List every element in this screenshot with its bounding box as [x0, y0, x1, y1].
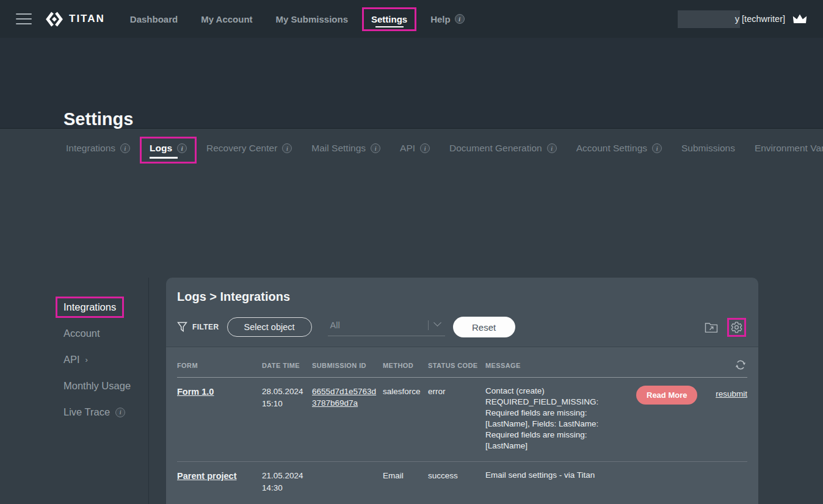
crown-icon [792, 13, 807, 24]
tab-label: Document Generation [449, 143, 542, 154]
table-body: Form 1.0 28.05.2024 15:10 6655d7d1e5763d… [177, 378, 747, 504]
method-cell: Email [383, 470, 428, 494]
tab-label: Integrations [66, 143, 115, 154]
info-icon: i [547, 143, 557, 153]
date-value: 21.05.2024 [262, 470, 306, 482]
folder-export-icon [705, 322, 718, 333]
sidebar-divider [148, 278, 149, 504]
sidebar-item-label: Integrations [63, 301, 116, 313]
tab-label: Recovery Center [206, 143, 277, 154]
info-icon: i [371, 143, 380, 153]
tab[interactable]: Environment Variables [745, 137, 823, 164]
filter-row: FILTER Select object All Reset [177, 317, 746, 337]
export-logs-button[interactable] [702, 319, 721, 336]
time-value: 14:30 [262, 482, 306, 494]
info-icon: i [420, 143, 430, 153]
info-icon: i [455, 14, 465, 24]
filter-label: FILTER [177, 322, 219, 333]
panel-actions [702, 318, 746, 337]
gear-icon [730, 321, 743, 334]
tab-label: API [400, 143, 415, 154]
titan-logo-icon [45, 11, 63, 27]
brand[interactable]: TITAN [45, 11, 105, 27]
chevron-right-icon: › [85, 355, 88, 364]
sidebar-item-label: Monthly Usage [63, 380, 131, 392]
nav-item[interactable]: Dashboard [121, 7, 187, 31]
info-icon: i [282, 143, 292, 153]
sidebar-item[interactable]: Integrations [56, 297, 124, 318]
form-link[interactable]: Parent project [177, 471, 237, 481]
top-nav: TITAN Dashboard My Account My Submission… [0, 0, 823, 38]
nav-item-label: Dashboard [130, 14, 178, 24]
breadcrumb: Logs > Integrations [177, 290, 746, 304]
sidebar-item-label: Account [63, 328, 100, 339]
info-icon: i [115, 408, 125, 417]
menu-icon[interactable] [16, 13, 32, 24]
tab[interactable]: Submissions [672, 137, 745, 164]
row-actions [636, 470, 747, 494]
logs-table: FORMDATE TIMESUBMISSION IDMETHODSTATUS C… [166, 347, 758, 504]
log-settings-button[interactable] [727, 318, 746, 337]
message-cell: Email send settings - via Titan [485, 470, 636, 494]
nav-item[interactable]: My Account [192, 7, 261, 31]
info-icon: i [120, 143, 130, 153]
logs-panel: Logs > Integrations FILTER Select object… [166, 278, 758, 504]
sidebar-item[interactable]: Monthly Usage [56, 375, 139, 397]
submission-id-link[interactable]: 6655d7d1e5763d3787b69d7a [312, 386, 377, 409]
funnel-icon [177, 322, 187, 333]
message-cell: Contact (create) REQUIRED_FIELD_MISSING:… [485, 386, 636, 452]
info-icon: i [652, 143, 662, 153]
nav-item-label: My Submissions [276, 14, 348, 24]
page-title: Settings [63, 109, 133, 129]
table-row: Form 1.0 28.05.2024 15:10 6655d7d1e5763d… [177, 378, 747, 462]
nav-item[interactable]: Help i [421, 7, 474, 31]
column-header: SUBMISSION ID [312, 362, 383, 369]
content-area: Integrations Account API › Monthly Usage… [0, 129, 823, 504]
date-value: 28.05.2024 [262, 386, 306, 398]
column-header: MESSAGE [485, 362, 636, 369]
settings-tabs: Integrations i Logs i Recovery Center i … [56, 137, 823, 164]
tab[interactable]: Account Settings i [567, 137, 672, 164]
column-header: STATUS CODE [428, 362, 485, 369]
tab[interactable]: Document Generation i [440, 137, 567, 164]
redacted-username [678, 10, 740, 28]
method-cell: salesforce [383, 386, 428, 452]
status-code-cell: success [428, 470, 485, 494]
tab-label: Mail Settings [311, 143, 366, 154]
form-link[interactable]: Form 1.0 [177, 387, 214, 397]
object-type-select[interactable]: All [328, 318, 445, 336]
user-area: y [techwriter] [678, 10, 807, 28]
time-value: 15:10 [262, 398, 306, 410]
refresh-icon[interactable] [735, 359, 746, 370]
row-actions: Read More resubmit [636, 386, 747, 452]
tab[interactable]: Mail Settings i [302, 137, 390, 164]
table-header-row: FORMDATE TIMESUBMISSION IDMETHODSTATUS C… [177, 347, 747, 378]
select-object-button[interactable]: Select object [227, 317, 312, 337]
tab[interactable]: Logs i [140, 137, 197, 164]
reset-button[interactable]: Reset [453, 317, 515, 337]
tab-label: Account Settings [576, 143, 647, 154]
brand-name: TITAN [69, 13, 105, 25]
page-header: Settings Integrations i Logs i Recovery … [0, 38, 823, 129]
tab[interactable]: Recovery Center i [197, 137, 302, 164]
select-separator [428, 320, 429, 330]
tab-label: Environment Variables [755, 143, 823, 154]
sidebar-item[interactable]: Account [56, 323, 108, 344]
object-type-value: All [330, 320, 340, 330]
column-header: METHOD [383, 362, 428, 369]
nav-item[interactable]: My Submissions [267, 7, 357, 31]
active-underline [150, 157, 178, 159]
sidebar-item[interactable]: Live Trace i [56, 401, 133, 423]
read-more-button[interactable]: Read More [636, 386, 697, 405]
sidebar-item[interactable]: API › [56, 349, 96, 370]
tab[interactable]: Integrations i [56, 137, 140, 164]
tab[interactable]: API i [390, 137, 440, 164]
table-row: Parent project 21.05.2024 14:30 Email su… [177, 462, 747, 504]
info-icon: i [177, 143, 187, 153]
tab-label: Logs [150, 143, 172, 154]
user-label: y [techwriter] [735, 14, 785, 24]
tab-label: Submissions [681, 143, 735, 154]
active-underline [375, 26, 404, 27]
nav-item[interactable]: Settings [362, 7, 416, 31]
resubmit-link[interactable]: resubmit [716, 388, 747, 400]
